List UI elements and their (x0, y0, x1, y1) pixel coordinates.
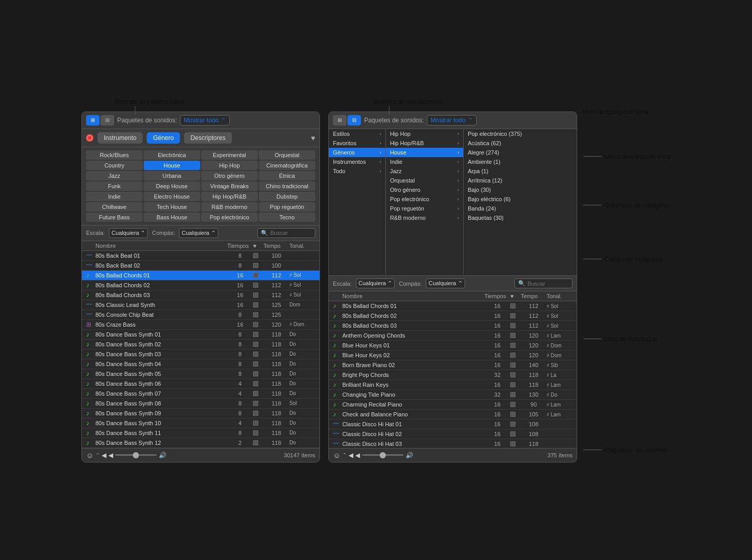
table-row[interactable]: ♪ 80s Ballad Chords 03 16 112 ♯ Sol (329, 321, 577, 331)
result-heart[interactable] (253, 440, 258, 445)
col-item[interactable]: Estilos› (329, 129, 385, 138)
table-row[interactable]: ♪ 80s Dance Bass Synth 08 8 118 Sol (82, 399, 319, 409)
col-item[interactable]: Hip Hop/R&B› (386, 138, 463, 148)
col-item[interactable]: Bajo eléctrico (6) (464, 194, 552, 204)
result-heart[interactable] (510, 333, 516, 338)
col-item[interactable]: Arpa (1) (464, 166, 552, 176)
table-row[interactable]: ♪ 80s Dance Bass Synth 01 8 118 Do (82, 330, 319, 340)
left-scale-select[interactable]: Cualquiera ⌃ (109, 228, 148, 238)
result-heart[interactable] (510, 402, 516, 407)
table-row[interactable]: 〰 80s Back Beat 01 8 100 (82, 251, 319, 261)
left-beat-select[interactable]: Cualquiera ⌃ (179, 228, 218, 238)
table-row[interactable]: ♪ Blue Hour Keys 01 16 120 ♯ Dom (329, 341, 577, 351)
result-heart[interactable] (253, 381, 258, 386)
result-heart[interactable] (510, 313, 516, 318)
table-row[interactable]: 〰 Classic Disco Hi Hat 02 16 108 (329, 429, 577, 439)
result-heart[interactable] (253, 371, 258, 376)
result-heart[interactable] (253, 253, 258, 258)
table-row[interactable]: 〰 80s Console Chip Beat 8 125 (82, 310, 319, 320)
right-smiley-btn[interactable]: ☺ (333, 451, 340, 459)
result-heart[interactable] (253, 283, 258, 288)
left-descriptors-btn[interactable]: Descriptores (184, 132, 231, 144)
table-row[interactable]: ♪ Bright Pop Chords 32 118 ♯ La (329, 370, 577, 380)
left-volume-slider[interactable] (115, 454, 157, 456)
result-heart[interactable] (253, 322, 258, 327)
genre-tag-urbana[interactable]: Urbana (144, 171, 200, 180)
table-row[interactable]: ♪ 80s Dance Bass Synth 12 2 118 Do (82, 438, 319, 448)
table-row[interactable]: 〰 Classic Disco Hi Hat 03 16 118 (329, 439, 577, 448)
table-row[interactable]: ♪ 80s Dance Bass Synth 04 8 118 Do (82, 359, 319, 369)
genre-tag-rock/blues[interactable]: Rock/Blues (86, 150, 143, 160)
left-view-btn-1[interactable]: ⊞ (86, 115, 100, 125)
result-heart[interactable] (510, 412, 516, 417)
right-view-btn-2[interactable]: ⊟ (347, 115, 361, 125)
right-scale-select[interactable]: Cualquiera ⌃ (356, 278, 395, 288)
col-item[interactable]: Hip Hop› (386, 129, 463, 138)
genre-tag-hip-hop[interactable]: Hip Hop (201, 161, 258, 170)
result-heart[interactable] (510, 382, 516, 387)
table-row[interactable]: ♪ 80s Dance Bass Synth 10 4 118 Do (82, 418, 319, 428)
result-heart[interactable] (510, 323, 516, 328)
table-row[interactable]: ♪ 80s Ballad Chords 02 16 112 ♯ Sol (82, 281, 319, 290)
col-item[interactable]: Indie› (386, 157, 463, 166)
table-row[interactable]: ⊞ 80s Craze Bass 16 120 ♯ Dom (82, 320, 319, 330)
left-instrument-btn[interactable]: Instrumento (98, 132, 143, 144)
genre-tag-pop-electrónico[interactable]: Pop electrónico (201, 213, 258, 222)
col-item[interactable]: Instrumentos› (329, 157, 385, 166)
genre-tag-jazz[interactable]: Jazz (86, 171, 143, 180)
table-row[interactable]: ♪ 80s Dance Bass Synth 11 8 118 Do (82, 428, 319, 438)
left-play-prev-btn[interactable]: ◀ (102, 452, 106, 459)
result-heart[interactable] (253, 401, 258, 406)
genre-tag-electrónica[interactable]: Electrónica (144, 150, 200, 160)
genre-tag-bass-house[interactable]: Bass House (144, 213, 200, 222)
table-row[interactable]: ♪ 80s Dance Bass Synth 09 8 118 Do (82, 409, 319, 418)
result-heart[interactable] (510, 441, 516, 446)
result-heart[interactable] (510, 392, 516, 397)
result-heart[interactable] (253, 312, 258, 317)
result-heart[interactable] (510, 343, 516, 348)
col-item[interactable]: Baquetas (30) (464, 213, 552, 222)
result-heart[interactable] (253, 361, 258, 367)
col-item[interactable]: R&B moderno› (386, 213, 463, 222)
genre-tag-orquestal[interactable]: Orquestal (259, 150, 315, 160)
result-heart[interactable] (253, 332, 258, 337)
genre-tag-experimental[interactable]: Experimental (201, 150, 258, 160)
table-row[interactable]: ♪ Blue Hour Keys 02 16 120 ♯ Dom (329, 351, 577, 360)
result-heart[interactable] (510, 422, 516, 427)
table-row[interactable]: ♪ Check and Balance Piano 16 105 ♯ Lam (329, 410, 577, 419)
result-heart[interactable] (253, 391, 258, 396)
genre-tag-dubstep[interactable]: Dubstep (259, 192, 315, 201)
result-heart[interactable] (510, 431, 516, 437)
right-show-all-dropdown[interactable]: Mostrar todo ⌃ (427, 115, 476, 125)
left-genre-btn[interactable]: Género (147, 132, 180, 144)
genre-tag-deep-house[interactable]: Deep House (144, 181, 200, 191)
genre-tag-chillwave[interactable]: Chillwave (86, 202, 143, 212)
left-search-box[interactable]: 🔍 (257, 228, 315, 238)
right-play-btn[interactable]: ◀ (355, 452, 360, 459)
table-row[interactable]: ♪ 80s Ballad Chords 01 16 112 ♯ Sol (82, 271, 319, 281)
left-play-btn[interactable]: ◀ (108, 452, 113, 459)
col-item[interactable]: Pop electrónico (375) (464, 129, 552, 138)
col-item[interactable]: Géneros› (329, 148, 385, 157)
table-row[interactable]: ♪ 80s Dance Bass Synth 06 4 118 Do (82, 379, 319, 389)
genre-tag-future-bass[interactable]: Future Bass (86, 213, 143, 222)
table-row[interactable]: ♪ 80s Ballad Chords 02 16 112 ♯ Sol (329, 311, 577, 321)
table-row[interactable]: ♪ Born Brave Piano 02 16 140 ♯ Sib (329, 360, 577, 370)
genre-tag-electro-house[interactable]: Electro House (144, 192, 200, 201)
result-heart[interactable] (510, 362, 516, 368)
table-row[interactable]: 〰 Classic Disco Hi Hat 01 16 108 (329, 419, 577, 429)
col-item[interactable]: Orquestal› (386, 176, 463, 185)
table-row[interactable]: ♪ 80s Dance Bass Synth 03 8 118 Do (82, 349, 319, 359)
right-volume-up-btn[interactable]: 🔊 (406, 452, 413, 459)
left-heart-btn[interactable]: ♥ (311, 134, 315, 142)
table-row[interactable]: ♪ 80s Ballad Chords 03 16 112 ♯ Sol (82, 290, 319, 300)
col-item[interactable]: Pop electrónico› (386, 194, 463, 204)
left-smiley-btn[interactable]: ☺ (86, 451, 93, 459)
right-beat-select[interactable]: Cualquiera ⌃ (426, 278, 465, 288)
right-search-input[interactable] (527, 281, 569, 287)
result-heart[interactable] (253, 342, 258, 347)
col-item[interactable]: Arrítmica (12) (464, 176, 552, 185)
left-volume-up-btn[interactable]: 🔊 (159, 452, 166, 459)
genre-tag-indie[interactable]: Indie (86, 192, 143, 201)
table-row[interactable]: ♪ Anthem Opening Chords 16 120 ♯ Lam (329, 331, 577, 341)
